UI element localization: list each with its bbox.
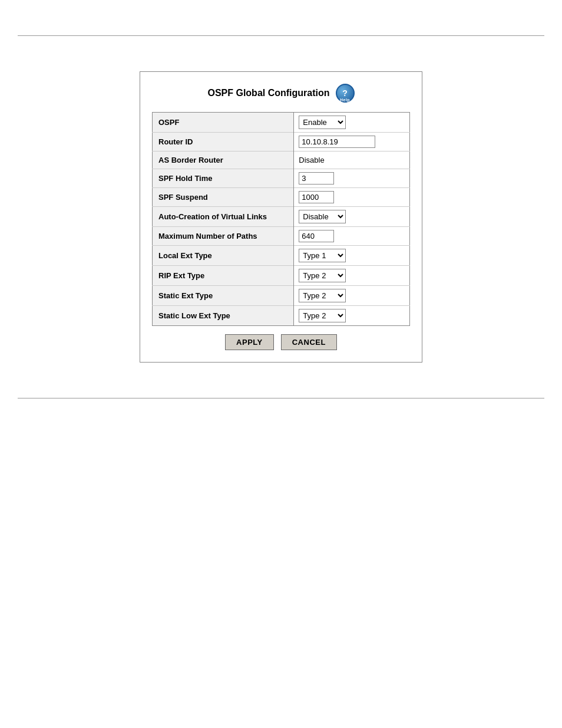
router-id-label: Router ID (153, 133, 294, 151)
page-wrapper: OSPF Global Configuration ? Help OSPF En… (0, 35, 562, 728)
help-icon[interactable]: ? Help (336, 84, 355, 103)
auto-creation-value-cell: Disable Enable (294, 207, 410, 227)
spf-suspend-value-cell (294, 188, 410, 207)
bottom-divider (18, 398, 544, 398)
spf-suspend-input[interactable] (299, 191, 334, 203)
table-row: AS Border Router Disable (153, 151, 410, 169)
static-ext-type-label: Static Ext Type (153, 286, 294, 306)
local-ext-type-label: Local Ext Type (153, 246, 294, 266)
spf-hold-time-label: SPF Hold Time (153, 169, 294, 188)
as-border-router-value-cell: Disable (294, 151, 410, 169)
max-paths-label: Maximum Number of Paths (153, 227, 294, 246)
cancel-button[interactable]: CANCEL (281, 334, 337, 350)
as-border-router-value: Disable (299, 156, 324, 164)
static-low-ext-type-select[interactable]: Type 1 Type 2 (299, 309, 346, 322)
table-row: RIP Ext Type Type 1 Type 2 (153, 266, 410, 286)
table-row: SPF Hold Time (153, 169, 410, 188)
static-low-ext-type-value-cell: Type 1 Type 2 (294, 306, 410, 326)
button-row: APPLY CANCEL (152, 334, 410, 350)
form-panel: OSPF Global Configuration ? Help OSPF En… (140, 71, 422, 363)
rip-ext-type-label: RIP Ext Type (153, 266, 294, 286)
as-border-router-label: AS Border Router (153, 151, 294, 169)
ospf-select[interactable]: Enable Disable (299, 116, 346, 129)
table-row: OSPF Enable Disable (153, 113, 410, 133)
static-ext-type-select[interactable]: Type 1 Type 2 (299, 289, 346, 302)
local-ext-type-value-cell: Type 1 Type 2 (294, 246, 410, 266)
max-paths-value-cell (294, 227, 410, 246)
page-title: OSPF Global Configuration (207, 88, 329, 98)
auto-creation-label: Auto-Creation of Virtual Links (153, 207, 294, 227)
max-paths-input[interactable] (299, 230, 334, 242)
table-row: Router ID (153, 133, 410, 151)
ospf-value-cell: Enable Disable (294, 113, 410, 133)
table-row: Static Low Ext Type Type 1 Type 2 (153, 306, 410, 326)
static-ext-type-value-cell: Type 1 Type 2 (294, 286, 410, 306)
panel-title-row: OSPF Global Configuration ? Help (152, 84, 410, 103)
router-id-input[interactable] (299, 136, 375, 148)
local-ext-type-select[interactable]: Type 1 Type 2 (299, 249, 346, 262)
table-row: Auto-Creation of Virtual Links Disable E… (153, 207, 410, 227)
table-row: Maximum Number of Paths (153, 227, 410, 246)
table-row: Local Ext Type Type 1 Type 2 (153, 246, 410, 266)
config-table: OSPF Enable Disable Router ID (152, 112, 410, 326)
router-id-value-cell (294, 133, 410, 151)
spf-hold-time-input[interactable] (299, 172, 334, 185)
center-container: OSPF Global Configuration ? Help OSPF En… (0, 36, 562, 386)
rip-ext-type-value-cell: Type 1 Type 2 (294, 266, 410, 286)
spf-hold-time-value-cell (294, 169, 410, 188)
spf-suspend-label: SPF Suspend (153, 188, 294, 207)
table-row: Static Ext Type Type 1 Type 2 (153, 286, 410, 306)
help-symbol: ? (342, 88, 348, 98)
auto-creation-select[interactable]: Disable Enable (299, 210, 346, 223)
help-label: Help (340, 98, 350, 102)
ospf-label: OSPF (153, 113, 294, 133)
apply-button[interactable]: APPLY (225, 334, 274, 350)
static-low-ext-type-label: Static Low Ext Type (153, 306, 294, 326)
table-row: SPF Suspend (153, 188, 410, 207)
rip-ext-type-select[interactable]: Type 1 Type 2 (299, 269, 346, 282)
